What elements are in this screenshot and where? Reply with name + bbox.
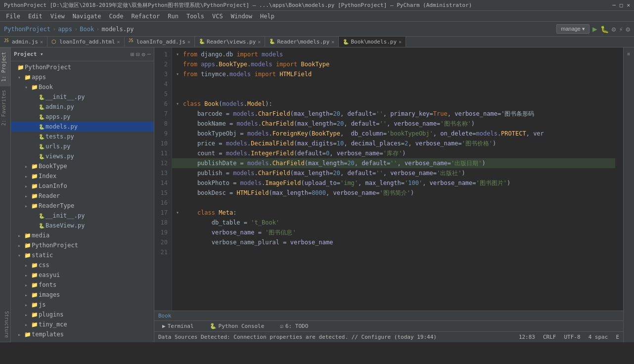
- minimize-btn[interactable]: ─: [612, 2, 616, 8]
- tab-close-loanInfo_add.js[interactable]: ✕: [187, 39, 190, 45]
- fold-icon-15[interactable]: [176, 188, 183, 198]
- menu-item-edit[interactable]: Edit: [24, 12, 46, 21]
- tab-close-loanInfo_add.html[interactable]: ✕: [117, 39, 120, 45]
- expand-all-icon[interactable]: ⊞: [131, 51, 134, 58]
- fold-icon-2[interactable]: [176, 59, 183, 69]
- menu-item-help[interactable]: Help: [256, 12, 278, 21]
- tree-item-Index[interactable]: ▸📁Index: [11, 171, 154, 181]
- fold-icon-11[interactable]: [176, 148, 183, 158]
- tab-Reader_views.py[interactable]: 🐍Reader\views.py✕: [195, 37, 265, 47]
- tab-admin.js[interactable]: JSadmin.js✕: [0, 37, 47, 47]
- tree-item-static[interactable]: ▾📁static: [11, 250, 154, 260]
- tree-item-urls.py[interactable]: 🐍urls.py: [11, 141, 154, 151]
- minimize-panel-icon[interactable]: ─: [147, 51, 151, 58]
- close-btn[interactable]: ✕: [627, 2, 630, 8]
- tree-item-media[interactable]: ▸📁media: [11, 230, 154, 240]
- tree-item-Book[interactable]: ▾📁Book: [11, 82, 154, 92]
- coverage-icon[interactable]: ⚙: [612, 25, 616, 33]
- favorites-2[interactable]: 2: Favorites: [0, 86, 10, 130]
- tab-Book_models.py[interactable]: 🐍Book\models.py✕: [339, 37, 406, 47]
- tree-item-BookType[interactable]: ▸📁BookType: [11, 161, 154, 171]
- menu-item-tools[interactable]: Tools: [182, 12, 208, 21]
- fold-icon-14[interactable]: [176, 178, 183, 188]
- fold-icon-12[interactable]: [176, 158, 183, 168]
- fold-icon-3[interactable]: ▾: [176, 69, 183, 79]
- line-col-indicator[interactable]: 12:83: [519, 334, 535, 340]
- todo-tab[interactable]: ☑ 6: TODO: [276, 321, 312, 332]
- settings-icon[interactable]: ⚙: [142, 51, 145, 58]
- tree-item-easyui[interactable]: ▸📁easyui: [11, 270, 154, 280]
- tab-close-admin.js[interactable]: ✕: [40, 39, 43, 45]
- tree-item-images[interactable]: ▸📁images: [11, 290, 154, 300]
- tree-item-models.py[interactable]: 🐍models.py: [11, 122, 154, 132]
- tab-Reader_models.py[interactable]: 🐍Reader\models.py✕: [265, 37, 339, 47]
- maximize-btn[interactable]: □: [620, 2, 623, 8]
- tree-item-views.py[interactable]: 🐍views.py: [11, 151, 154, 161]
- tree-item-admin.py[interactable]: 🐍admin.py: [11, 102, 154, 112]
- fold-icon-13[interactable]: [176, 168, 183, 178]
- fold-icon-16[interactable]: [176, 198, 183, 208]
- menu-item-vcs[interactable]: VCS: [208, 12, 227, 21]
- fold-icon-1[interactable]: ▾: [176, 49, 183, 59]
- favorites-project[interactable]: 1: Project: [0, 47, 10, 86]
- debug-icon[interactable]: 🐛: [600, 25, 609, 33]
- encoding-indicator[interactable]: UTF-8: [564, 334, 581, 340]
- tree-item-tests.py[interactable]: 🐍tests.py: [11, 132, 154, 141]
- fold-icon-9[interactable]: [176, 129, 183, 138]
- collapse-all-icon[interactable]: ⊟: [136, 51, 139, 58]
- tree-item-tiny_mce[interactable]: ▸📁tiny_mce: [11, 319, 154, 329]
- settings-icon[interactable]: ⚙: [626, 25, 630, 33]
- tree-item-plugins[interactable]: ▸📁plugins: [11, 310, 154, 319]
- breadcrumb-apps[interactable]: apps: [58, 26, 72, 33]
- tree-item-apps.py[interactable]: 🐍apps.py: [11, 112, 154, 122]
- profile-icon[interactable]: ⚡: [619, 25, 623, 33]
- tab-loanInfo_add.html[interactable]: ⬡loanInfo_add.html✕: [47, 37, 125, 47]
- fold-icon-21[interactable]: [176, 247, 183, 257]
- fold-icon-18[interactable]: [176, 218, 183, 228]
- tab-close-Reader_views.py[interactable]: ✕: [258, 39, 261, 45]
- breadcrumb-book[interactable]: Book: [80, 26, 94, 33]
- crlf-indicator[interactable]: CRLF: [543, 334, 556, 340]
- menu-item-code[interactable]: Code: [105, 12, 128, 21]
- tree-item-js[interactable]: ▸📁js: [11, 300, 154, 310]
- tab-close-Reader_models.py[interactable]: ✕: [331, 39, 334, 45]
- git-indicator[interactable]: E: [616, 334, 619, 340]
- tree-item-LoanInfo[interactable]: ▸📁LoanInfo: [11, 181, 154, 191]
- fold-icon-6[interactable]: ▾: [176, 99, 183, 109]
- menu-item-refactor[interactable]: Refactor: [127, 12, 164, 21]
- tab-close-Book_models.py[interactable]: ✕: [399, 39, 402, 45]
- tree-item-PythonProjectX[interactable]: ▸📁PythonProject: [11, 240, 154, 250]
- menu-item-file[interactable]: File: [2, 12, 24, 21]
- right-panel-btn[interactable]: ≡: [625, 49, 633, 58]
- tree-item-Reader[interactable]: ▸📁Reader: [11, 191, 154, 201]
- tree-item-BaseView.py[interactable]: 🐍BaseView.py: [11, 221, 154, 230]
- fold-icon-19[interactable]: [176, 228, 183, 237]
- code-lines[interactable]: ▾from django.db import models from apps.…: [172, 47, 623, 311]
- tree-item-__init__.py1[interactable]: 🐍__init__.py: [11, 92, 154, 102]
- fold-icon-4[interactable]: [176, 79, 183, 89]
- breadcrumb-project[interactable]: PythonProject: [4, 26, 50, 33]
- tree-item-__init__.py2[interactable]: 🐍__init__.py: [11, 211, 154, 221]
- menu-item-window[interactable]: Window: [227, 12, 256, 21]
- run-icon[interactable]: ▶: [592, 24, 597, 34]
- tab-loanInfo_add.js[interactable]: JSloanInfo_add.js✕: [125, 37, 195, 47]
- fold-icon-10[interactable]: [176, 138, 183, 148]
- fold-icon-5[interactable]: [176, 89, 183, 99]
- tree-item-css[interactable]: ▸📁css: [11, 260, 154, 270]
- tree-item-PythonProject[interactable]: 📁PythonProject: [11, 62, 154, 72]
- indent-indicator[interactable]: 4 spac: [589, 334, 608, 340]
- menu-item-run[interactable]: Run: [164, 12, 182, 21]
- tree-item-templates[interactable]: ▸📁templates: [11, 329, 154, 339]
- tree-item-fonts[interactable]: ▸📁fonts: [11, 280, 154, 290]
- menu-item-navigate[interactable]: Navigate: [69, 12, 105, 21]
- fold-icon-17[interactable]: ▾: [176, 208, 183, 218]
- fold-icon-7[interactable]: [176, 109, 183, 119]
- tree-item-ReaderType[interactable]: ▸📁ReaderType: [11, 201, 154, 211]
- menu-item-view[interactable]: View: [46, 12, 69, 21]
- fold-icon-8[interactable]: [176, 119, 183, 129]
- file-tab-book[interactable]: Book: [158, 313, 172, 319]
- tree-item-apps[interactable]: ▾📁apps: [11, 72, 154, 82]
- terminal-tab[interactable]: ▶ Terminal: [158, 321, 198, 332]
- structure-tab[interactable]: Structure: [0, 307, 10, 342]
- manage-button[interactable]: manage ▾: [556, 24, 589, 34]
